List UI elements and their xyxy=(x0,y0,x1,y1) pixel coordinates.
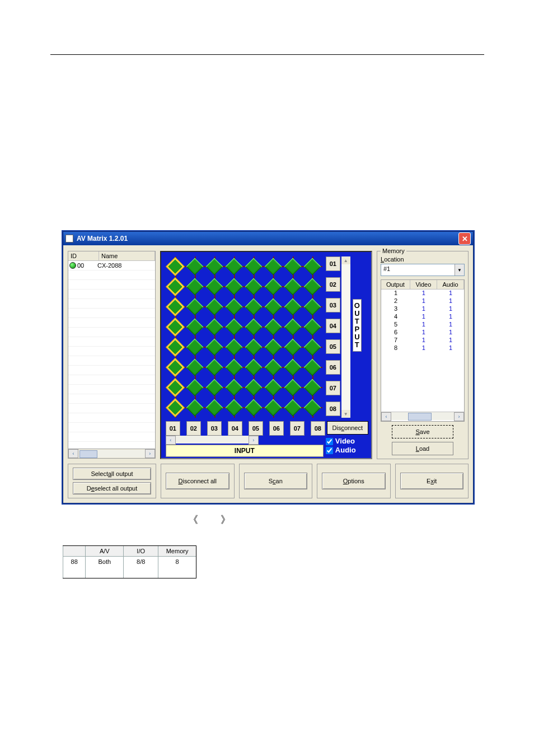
chevron-down-icon[interactable]: ▼ xyxy=(455,264,464,276)
crosspoint[interactable] xyxy=(303,317,322,337)
crosspoint[interactable] xyxy=(264,297,283,317)
crosspoint[interactable] xyxy=(264,256,283,277)
crosspoint[interactable] xyxy=(264,357,283,377)
crosspoint[interactable] xyxy=(303,357,322,377)
crosspoint[interactable] xyxy=(283,398,303,418)
crosspoint[interactable] xyxy=(264,377,283,398)
scroll-left-icon[interactable]: ‹ xyxy=(166,436,176,445)
crosspoint[interactable] xyxy=(244,398,264,418)
crosspoint[interactable] xyxy=(283,377,303,398)
crosspoint[interactable] xyxy=(205,277,224,297)
table-row[interactable] xyxy=(68,309,155,318)
crosspoint[interactable] xyxy=(283,357,303,377)
table-row[interactable] xyxy=(68,366,155,375)
crosspoint[interactable] xyxy=(166,337,185,357)
table-row[interactable] xyxy=(68,270,155,280)
crosspoint[interactable] xyxy=(283,277,303,297)
output-label[interactable]: 03 xyxy=(326,298,340,312)
crosspoint[interactable] xyxy=(205,337,224,357)
scroll-left-icon[interactable]: ‹ xyxy=(381,412,391,421)
crosspoint[interactable] xyxy=(244,317,264,337)
output-label[interactable]: 04 xyxy=(326,319,340,333)
table-row[interactable] xyxy=(68,290,155,299)
close-button[interactable]: ✕ xyxy=(458,232,471,245)
table-row[interactable] xyxy=(68,385,155,394)
crosspoint[interactable] xyxy=(185,337,205,357)
crosspoint[interactable] xyxy=(185,357,205,377)
crosspoint[interactable] xyxy=(185,377,205,398)
exit-button[interactable]: Exit xyxy=(400,473,464,489)
crosspoint[interactable] xyxy=(244,297,264,317)
scroll-right-icon[interactable]: › xyxy=(249,436,259,445)
crosspoint[interactable] xyxy=(185,297,205,317)
deselect-all-button[interactable]: Deselect all output xyxy=(73,482,151,494)
table-row[interactable]: 311 xyxy=(381,305,464,313)
save-button[interactable]: Save xyxy=(392,425,453,438)
input-label[interactable]: 03 xyxy=(207,421,222,436)
input-label[interactable]: 02 xyxy=(186,421,201,436)
input-label[interactable]: 07 xyxy=(290,421,305,436)
crosspoint[interactable] xyxy=(244,357,264,377)
output-label[interactable]: 05 xyxy=(326,339,340,354)
table-row[interactable] xyxy=(68,442,155,449)
input-label[interactable]: 04 xyxy=(228,421,242,436)
scroll-left-icon[interactable]: ‹ xyxy=(68,449,78,458)
crosspoint[interactable] xyxy=(224,377,244,398)
crosspoint[interactable] xyxy=(166,357,185,377)
crosspoint[interactable] xyxy=(264,337,283,357)
table-row[interactable]: 611 xyxy=(381,329,464,337)
crosspoint[interactable] xyxy=(264,277,283,297)
scroll-down-icon[interactable]: ▼ xyxy=(341,410,350,418)
crosspoint[interactable] xyxy=(224,357,244,377)
crosspoint[interactable] xyxy=(205,297,224,317)
scroll-right-icon[interactable]: › xyxy=(454,412,464,421)
crosspoint[interactable] xyxy=(185,398,205,418)
output-label[interactable]: 01 xyxy=(326,256,340,271)
video-checkbox[interactable]: Video xyxy=(326,437,356,446)
crosspoint[interactable] xyxy=(185,277,205,297)
table-row[interactable]: 111 xyxy=(381,290,464,297)
table-row[interactable]: 711 xyxy=(381,337,464,344)
crosspoint[interactable] xyxy=(205,256,224,277)
crosspoint[interactable] xyxy=(264,398,283,418)
crosspoint[interactable] xyxy=(166,377,185,398)
output-label[interactable]: 06 xyxy=(326,360,340,375)
table-row[interactable] xyxy=(68,299,155,309)
crosspoint[interactable] xyxy=(303,377,322,398)
input-label[interactable]: 05 xyxy=(249,421,263,436)
output-label[interactable]: 07 xyxy=(326,381,340,395)
input-label[interactable]: 06 xyxy=(269,421,284,436)
table-row[interactable] xyxy=(68,423,155,432)
table-row[interactable] xyxy=(68,318,155,328)
matrix-hscroll[interactable]: ‹ › xyxy=(166,436,259,444)
table-row[interactable] xyxy=(68,347,155,356)
crosspoint[interactable] xyxy=(185,256,205,277)
table-row[interactable]: 411 xyxy=(381,313,464,321)
crosspoint-grid[interactable] xyxy=(166,256,322,418)
crosspoint[interactable] xyxy=(303,277,322,297)
table-row[interactable]: 00CX-2088 xyxy=(68,261,155,270)
crosspoint[interactable] xyxy=(224,317,244,337)
crosspoint[interactable] xyxy=(224,297,244,317)
crosspoint[interactable] xyxy=(303,398,322,418)
table-row[interactable]: 811 xyxy=(381,344,464,352)
table-row[interactable] xyxy=(68,328,155,337)
crosspoint[interactable] xyxy=(283,337,303,357)
input-label[interactable]: 08 xyxy=(311,421,325,436)
crosspoint[interactable] xyxy=(166,256,185,277)
disconnect-button[interactable]: Disconnect xyxy=(327,421,368,435)
location-combo[interactable]: #1 ▼ xyxy=(381,264,465,276)
load-button[interactable]: Load xyxy=(392,442,453,455)
disconnect-all-button[interactable]: Disconnect all xyxy=(166,473,229,489)
crosspoint[interactable] xyxy=(224,398,244,418)
table-row[interactable] xyxy=(68,356,155,366)
scroll-right-icon[interactable]: › xyxy=(145,449,155,458)
crosspoint[interactable] xyxy=(283,297,303,317)
crosspoint[interactable] xyxy=(205,377,224,398)
crosspoint[interactable] xyxy=(283,317,303,337)
memory-hscroll[interactable]: ‹ › xyxy=(381,412,464,421)
crosspoint[interactable] xyxy=(244,277,264,297)
crosspoint[interactable] xyxy=(244,256,264,277)
table-row[interactable] xyxy=(68,413,155,423)
scroll-up-icon[interactable]: ▲ xyxy=(341,256,350,264)
